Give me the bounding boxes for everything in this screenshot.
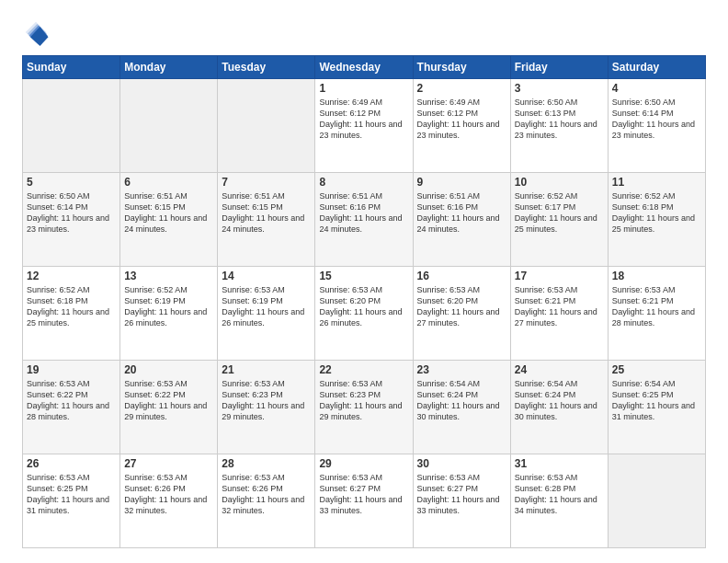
calendar-cell: 27 Sunrise: 6:53 AM Sunset: 6:26 PM Dayl…	[120, 454, 218, 548]
cell-daylight: Daylight: 11 hours and 23 minutes.	[515, 119, 604, 141]
cell-sunrise: Sunrise: 6:54 AM	[515, 378, 604, 389]
cell-sunrise: Sunrise: 6:51 AM	[319, 190, 408, 201]
cell-sunrise: Sunrise: 6:52 AM	[124, 284, 213, 295]
day-number: 19	[27, 363, 116, 376]
cell-sunset: Sunset: 6:18 PM	[27, 295, 116, 306]
cell-daylight: Daylight: 11 hours and 23 minutes.	[27, 213, 116, 235]
calendar-header-friday: Friday	[510, 56, 608, 79]
cell-daylight: Daylight: 11 hours and 26 minutes.	[124, 306, 213, 328]
cell-sunset: Sunset: 6:20 PM	[319, 295, 408, 306]
calendar-week-2: 5 Sunrise: 6:50 AM Sunset: 6:14 PM Dayli…	[23, 173, 706, 267]
cell-sunset: Sunset: 6:28 PM	[515, 483, 604, 494]
calendar-cell: 25 Sunrise: 6:54 AM Sunset: 6:25 PM Dayl…	[608, 361, 705, 454]
cell-daylight: Daylight: 11 hours and 32 minutes.	[222, 494, 311, 516]
cell-daylight: Daylight: 11 hours and 33 minutes.	[417, 494, 506, 516]
calendar-cell: 18 Sunrise: 6:53 AM Sunset: 6:21 PM Dayl…	[608, 267, 705, 361]
cell-sunrise: Sunrise: 6:50 AM	[515, 97, 604, 108]
cell-sunset: Sunset: 6:16 PM	[319, 201, 408, 213]
cell-sunrise: Sunrise: 6:52 AM	[515, 190, 604, 201]
cell-daylight: Daylight: 11 hours and 27 minutes.	[417, 306, 506, 328]
day-number: 9	[417, 176, 506, 189]
calendar-cell: 16 Sunrise: 6:53 AM Sunset: 6:20 PM Dayl…	[413, 267, 510, 361]
cell-sunrise: Sunrise: 6:53 AM	[515, 472, 604, 483]
calendar-header-row: SundayMondayTuesdayWednesdayThursdayFrid…	[23, 56, 706, 79]
day-number: 7	[222, 176, 311, 189]
calendar-week-3: 12 Sunrise: 6:52 AM Sunset: 6:18 PM Dayl…	[23, 267, 706, 361]
cell-daylight: Daylight: 11 hours and 31 minutes.	[27, 494, 116, 516]
cell-daylight: Daylight: 11 hours and 25 minutes.	[612, 213, 701, 235]
cell-sunrise: Sunrise: 6:53 AM	[515, 284, 604, 295]
day-number: 3	[515, 82, 604, 95]
cell-sunset: Sunset: 6:27 PM	[319, 483, 408, 494]
cell-daylight: Daylight: 11 hours and 29 minutes.	[319, 400, 408, 422]
calendar-cell: 15 Sunrise: 6:53 AM Sunset: 6:20 PM Dayl…	[315, 267, 413, 361]
day-number: 4	[612, 82, 701, 95]
cell-sunset: Sunset: 6:25 PM	[27, 483, 116, 494]
calendar-cell: 21 Sunrise: 6:53 AM Sunset: 6:23 PM Dayl…	[218, 361, 315, 454]
cell-daylight: Daylight: 11 hours and 23 minutes.	[612, 119, 701, 141]
cell-daylight: Daylight: 11 hours and 28 minutes.	[612, 306, 701, 328]
day-number: 2	[417, 82, 506, 95]
calendar-cell: 2 Sunrise: 6:49 AM Sunset: 6:12 PM Dayli…	[413, 79, 510, 173]
cell-daylight: Daylight: 11 hours and 25 minutes.	[515, 213, 604, 235]
cell-sunrise: Sunrise: 6:53 AM	[27, 378, 116, 389]
cell-sunrise: Sunrise: 6:53 AM	[612, 284, 701, 295]
cell-sunrise: Sunrise: 6:51 AM	[417, 190, 506, 201]
calendar-cell: 26 Sunrise: 6:53 AM Sunset: 6:25 PM Dayl…	[23, 454, 120, 548]
calendar-table: SundayMondayTuesdayWednesdayThursdayFrid…	[22, 55, 706, 548]
cell-sunrise: Sunrise: 6:53 AM	[417, 284, 506, 295]
calendar-cell: 29 Sunrise: 6:53 AM Sunset: 6:27 PM Dayl…	[315, 454, 413, 548]
cell-sunset: Sunset: 6:13 PM	[515, 108, 604, 119]
logo-icon	[22, 18, 50, 46]
calendar-cell: 1 Sunrise: 6:49 AM Sunset: 6:12 PM Dayli…	[315, 79, 413, 173]
calendar-cell: 3 Sunrise: 6:50 AM Sunset: 6:13 PM Dayli…	[510, 79, 608, 173]
calendar-cell: 11 Sunrise: 6:52 AM Sunset: 6:18 PM Dayl…	[608, 173, 705, 267]
cell-sunrise: Sunrise: 6:53 AM	[124, 472, 213, 483]
cell-daylight: Daylight: 11 hours and 23 minutes.	[417, 119, 506, 141]
cell-daylight: Daylight: 11 hours and 23 minutes.	[319, 119, 408, 141]
cell-sunset: Sunset: 6:16 PM	[417, 201, 506, 213]
cell-daylight: Daylight: 11 hours and 26 minutes.	[319, 306, 408, 328]
cell-sunset: Sunset: 6:24 PM	[417, 389, 506, 400]
cell-sunrise: Sunrise: 6:53 AM	[222, 472, 311, 483]
calendar-cell: 7 Sunrise: 6:51 AM Sunset: 6:15 PM Dayli…	[218, 173, 315, 267]
calendar-header-wednesday: Wednesday	[315, 56, 413, 79]
cell-sunset: Sunset: 6:26 PM	[222, 483, 311, 494]
cell-sunset: Sunset: 6:18 PM	[612, 201, 701, 213]
cell-daylight: Daylight: 11 hours and 24 minutes.	[124, 213, 213, 235]
cell-daylight: Daylight: 11 hours and 29 minutes.	[124, 400, 213, 422]
calendar-cell: 13 Sunrise: 6:52 AM Sunset: 6:19 PM Dayl…	[120, 267, 218, 361]
cell-sunset: Sunset: 6:21 PM	[515, 295, 604, 306]
cell-sunrise: Sunrise: 6:53 AM	[124, 378, 213, 389]
day-number: 25	[612, 363, 701, 376]
cell-daylight: Daylight: 11 hours and 34 minutes.	[515, 494, 604, 516]
calendar-header-tuesday: Tuesday	[218, 56, 315, 79]
cell-sunset: Sunset: 6:22 PM	[27, 389, 116, 400]
cell-daylight: Daylight: 11 hours and 27 minutes.	[515, 306, 604, 328]
calendar-cell: 19 Sunrise: 6:53 AM Sunset: 6:22 PM Dayl…	[23, 361, 120, 454]
cell-sunset: Sunset: 6:23 PM	[319, 389, 408, 400]
calendar-cell: 24 Sunrise: 6:54 AM Sunset: 6:24 PM Dayl…	[510, 361, 608, 454]
calendar-cell: 4 Sunrise: 6:50 AM Sunset: 6:14 PM Dayli…	[608, 79, 705, 173]
cell-daylight: Daylight: 11 hours and 24 minutes.	[319, 213, 408, 235]
cell-daylight: Daylight: 11 hours and 28 minutes.	[27, 400, 116, 422]
cell-daylight: Daylight: 11 hours and 24 minutes.	[222, 213, 311, 235]
day-number: 22	[319, 363, 408, 376]
day-number: 18	[612, 270, 701, 282]
cell-sunset: Sunset: 6:12 PM	[417, 108, 506, 119]
calendar-cell	[23, 79, 120, 173]
cell-sunrise: Sunrise: 6:53 AM	[417, 472, 506, 483]
day-number: 8	[319, 176, 408, 189]
day-number: 29	[319, 457, 408, 470]
cell-sunset: Sunset: 6:25 PM	[612, 389, 701, 400]
calendar-header-monday: Monday	[120, 56, 218, 79]
day-number: 5	[27, 176, 116, 189]
calendar-cell: 30 Sunrise: 6:53 AM Sunset: 6:27 PM Dayl…	[413, 454, 510, 548]
cell-sunset: Sunset: 6:26 PM	[124, 483, 213, 494]
calendar-header-saturday: Saturday	[608, 56, 705, 79]
calendar-cell: 6 Sunrise: 6:51 AM Sunset: 6:15 PM Dayli…	[120, 173, 218, 267]
cell-daylight: Daylight: 11 hours and 31 minutes.	[612, 400, 701, 422]
cell-sunrise: Sunrise: 6:53 AM	[222, 284, 311, 295]
cell-sunset: Sunset: 6:21 PM	[612, 295, 701, 306]
day-number: 28	[222, 457, 311, 470]
